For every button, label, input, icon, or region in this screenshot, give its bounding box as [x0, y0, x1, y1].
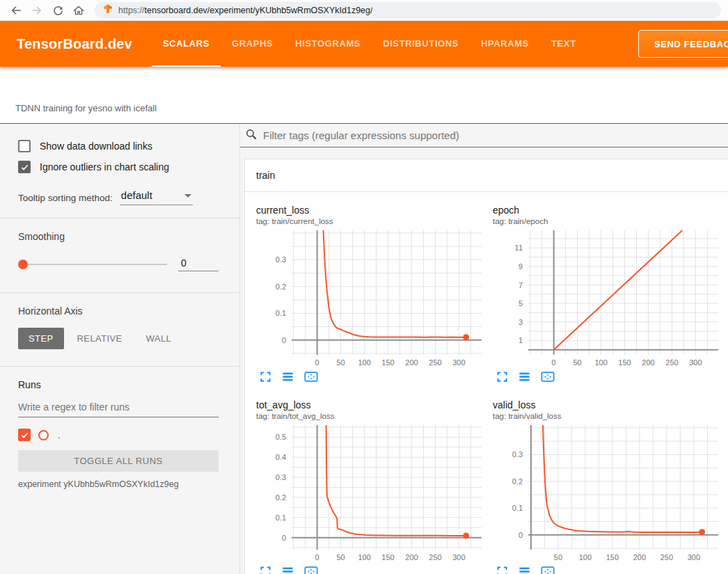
svg-text:100: 100	[579, 553, 592, 561]
axis-wall-button[interactable]: WALL	[136, 328, 182, 349]
line-chart-tot-avg-loss[interactable]: 05010015020025030000.10.20.30.40.5	[248, 423, 484, 562]
svg-text:150: 150	[618, 358, 631, 367]
axis-relative-button[interactable]: RELATIVE	[67, 328, 133, 349]
chart-card-epoch: epoch tag: train/epoch 05010015020025030…	[484, 205, 721, 388]
svg-text:200: 200	[405, 553, 418, 561]
tooltip-sorting-row: Tooltip sorting method: default	[18, 189, 219, 205]
settings-sidebar: Show data download links Ignore outliers…	[0, 124, 240, 574]
line-chart-epoch[interactable]: 0501001502002503001357911	[484, 228, 721, 367]
runs-filter-input[interactable]	[18, 399, 219, 417]
svg-text:0: 0	[315, 358, 319, 367]
svg-text:150: 150	[606, 553, 619, 561]
svg-text:0: 0	[519, 531, 523, 539]
chart-card-tot-avg-loss: tot_avg_loss tag: train/tot_avg_loss 050…	[248, 399, 484, 574]
send-feedback-button[interactable]: SEND FEEDBACK	[638, 30, 728, 58]
line-chart-valid-loss[interactable]: 5010015020025030000.10.20.3	[484, 423, 721, 562]
tag-filter-row	[240, 124, 728, 148]
line-chart-current-loss[interactable]: 05010015020025030000.10.20.3	[248, 228, 484, 367]
axis-step-button[interactable]: STEP	[18, 328, 64, 349]
tab-distributions[interactable]: DISTRIBUTIONS	[372, 21, 470, 67]
tab-scalars[interactable]: SCALARS	[152, 21, 221, 67]
run-name: .	[58, 430, 61, 440]
tooltip-sorting-select[interactable]: default	[120, 189, 193, 205]
fit-domain-icon[interactable]	[540, 565, 553, 574]
svg-text:250: 250	[429, 358, 441, 367]
chart-tag: tag: train/epoch	[484, 217, 721, 225]
address-bar[interactable]: https://tensorboard.dev/experiment/yKUbh…	[95, 2, 721, 19]
svg-text:300: 300	[452, 553, 465, 561]
smoothing-value[interactable]: 0	[178, 257, 219, 271]
chart-title: valid_loss	[484, 399, 721, 410]
ignore-outliers-row[interactable]: Ignore outliers in chart scaling	[18, 157, 219, 177]
runs-label: Runs	[18, 379, 219, 390]
url-text: https://tensorboard.dev/experiment/yKUbh…	[118, 6, 372, 15]
expand-chart-icon[interactable]	[496, 565, 509, 574]
tab-text[interactable]: TEXT	[540, 21, 587, 67]
svg-text:0.4: 0.4	[276, 453, 286, 461]
svg-text:0.2: 0.2	[512, 477, 523, 486]
train-section-card: train current_loss tag: train/current_lo…	[244, 159, 728, 574]
svg-text:300: 300	[689, 358, 702, 367]
svg-text:5: 5	[519, 299, 523, 308]
svg-text:150: 150	[381, 553, 394, 561]
expand-chart-icon[interactable]	[496, 370, 509, 383]
svg-text:0: 0	[282, 534, 286, 542]
svg-text:11: 11	[515, 244, 523, 252]
svg-text:0.2: 0.2	[276, 282, 286, 291]
main-nav: SCALARS GRAPHS HISTOGRAMS DISTRIBUTIONS …	[152, 21, 587, 67]
home-icon[interactable]	[70, 1, 88, 19]
expand-chart-icon[interactable]	[259, 370, 272, 383]
svg-text:200: 200	[642, 358, 654, 367]
chart-title: epoch	[484, 205, 721, 216]
tensorboard-favicon-icon	[103, 4, 113, 17]
log-scale-icon[interactable]	[281, 370, 294, 383]
chart-tag: tag: train/current_loss	[248, 217, 484, 225]
svg-text:0.3: 0.3	[276, 473, 286, 481]
slider-thumb[interactable]	[18, 260, 28, 269]
svg-text:250: 250	[429, 553, 441, 561]
tab-histograms[interactable]: HISTOGRAMS	[284, 21, 372, 67]
horizontal-axis-section: Horizontal Axis STEP RELATIVE WALL	[0, 293, 239, 366]
train-section-header[interactable]: train	[245, 159, 728, 192]
tab-hparams[interactable]: HPARAMS	[470, 21, 540, 67]
train-section-label: train	[256, 170, 275, 181]
run-row[interactable]: .	[18, 429, 219, 441]
show-download-links-checkbox[interactable]	[18, 140, 31, 152]
chevron-down-icon	[184, 194, 191, 198]
svg-text:50: 50	[554, 553, 562, 561]
fit-domain-icon[interactable]	[303, 565, 317, 574]
fit-domain-icon[interactable]	[540, 370, 553, 383]
show-download-links-label: Show data download links	[40, 141, 152, 152]
svg-text:300: 300	[452, 358, 465, 367]
tab-graphs[interactable]: GRAPHS	[221, 21, 284, 67]
fit-domain-icon[interactable]	[303, 370, 317, 383]
expand-chart-icon[interactable]	[259, 565, 272, 574]
tag-filter-input[interactable]	[263, 129, 728, 141]
smoothing-slider[interactable]	[18, 260, 167, 269]
show-download-links-row[interactable]: Show data download links	[18, 136, 219, 156]
tooltip-sorting-value: default	[121, 189, 152, 201]
svg-text:9: 9	[519, 262, 523, 271]
svg-text:0.1: 0.1	[276, 513, 286, 522]
reload-icon[interactable]	[49, 1, 67, 19]
svg-text:250: 250	[660, 553, 673, 561]
forward-icon[interactable]	[28, 1, 46, 19]
ignore-outliers-checkbox[interactable]	[18, 161, 31, 173]
log-scale-icon[interactable]	[281, 565, 294, 574]
log-scale-icon[interactable]	[518, 370, 531, 383]
slider-track	[18, 264, 167, 265]
run-checkbox[interactable]	[18, 429, 31, 441]
svg-text:50: 50	[337, 553, 345, 561]
log-scale-icon[interactable]	[518, 565, 531, 574]
svg-text:0: 0	[315, 553, 319, 561]
run-color-swatch	[38, 430, 49, 440]
tensorboard-page: https://tensorboard.dev/experiment/yKUbh…	[0, 0, 728, 574]
toggle-all-runs-button[interactable]: TOGGLE ALL RUNS	[18, 450, 219, 472]
main-content: train current_loss tag: train/current_lo…	[240, 124, 728, 574]
svg-text:100: 100	[358, 358, 370, 367]
svg-text:7: 7	[519, 281, 523, 289]
svg-text:1: 1	[519, 336, 523, 344]
svg-text:250: 250	[665, 358, 678, 367]
tensorboard-logo: TensorBoard.dev	[17, 36, 132, 52]
back-icon[interactable]	[7, 1, 25, 19]
